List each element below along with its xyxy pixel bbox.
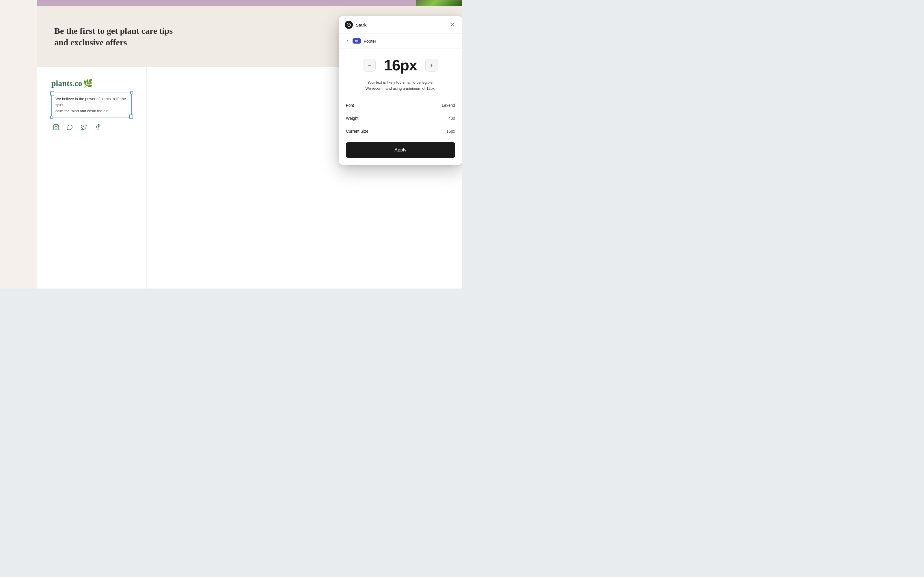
tagline-text: We believe in the power of plants to lif… — [55, 96, 128, 114]
font-label: Font — [346, 103, 354, 108]
close-icon: ✕ — [450, 22, 454, 28]
increase-font-size-button[interactable]: + — [425, 59, 438, 71]
corner-tr — [130, 92, 133, 94]
svg-point-1 — [55, 126, 57, 128]
logo-area: plants.co 🌿 — [52, 79, 132, 88]
minus-icon: − — [368, 62, 371, 69]
current-size-label: Current Size — [346, 129, 368, 134]
logo-leaf-icon: 🌿 — [83, 79, 93, 88]
hero-strip — [37, 0, 462, 6]
plus-icon: + — [430, 62, 433, 69]
nav-badge: #1 — [352, 39, 361, 44]
facebook-icon[interactable] — [93, 122, 102, 132]
back-button[interactable]: ‹ — [345, 38, 350, 44]
close-button[interactable]: ✕ — [448, 21, 456, 29]
newsletter-heading: Be the first to get plant care tips and … — [54, 25, 173, 48]
current-size-value: 16px — [446, 129, 455, 134]
weight-row: Weight 400 — [346, 112, 455, 125]
modal-header: Stark ✕ — [339, 16, 462, 34]
hero-strip-image — [416, 0, 462, 6]
modal-nav: ‹ #1 Footer — [339, 34, 462, 48]
apply-button[interactable]: Apply — [346, 142, 455, 158]
whatsapp-icon[interactable] — [65, 122, 74, 132]
font-row: Font Lexend — [346, 99, 455, 112]
nav-section-label: Footer — [364, 39, 376, 44]
twitter-icon[interactable] — [79, 122, 88, 132]
font-value: Lexend — [442, 103, 455, 108]
instagram-icon[interactable] — [52, 122, 61, 132]
newsletter-text: Be the first to get plant care tips and … — [37, 14, 190, 60]
weight-label: Weight — [346, 116, 359, 121]
warning-message: Your text is likely too small to be legi… — [339, 80, 462, 99]
weight-value: 400 — [448, 116, 455, 121]
font-size-display: 16px — [380, 56, 421, 74]
footer-left: plants.co 🌿 We believe in the power of p… — [37, 67, 147, 288]
tagline-selection-box: We believe in the power of plants to lif… — [52, 93, 132, 118]
svg-rect-0 — [53, 125, 59, 130]
font-size-control: − 16px + — [339, 48, 462, 80]
hero-strip-main — [37, 0, 416, 6]
stark-logo — [345, 21, 353, 29]
info-rows: Font Lexend Weight 400 Current Size 16px — [339, 99, 462, 138]
svg-point-2 — [57, 126, 58, 126]
social-icons — [52, 122, 132, 132]
modal-header-left: Stark — [345, 21, 367, 29]
current-size-row: Current Size 16px — [346, 125, 455, 138]
decrease-font-size-button[interactable]: − — [363, 59, 376, 71]
stark-modal: Stark ✕ ‹ #1 Footer − 16px + Your text i… — [339, 16, 462, 165]
modal-title: Stark — [356, 23, 367, 27]
back-icon: ‹ — [347, 39, 348, 43]
logo-text: plants.co — [52, 79, 82, 88]
corner-bl — [50, 116, 53, 119]
